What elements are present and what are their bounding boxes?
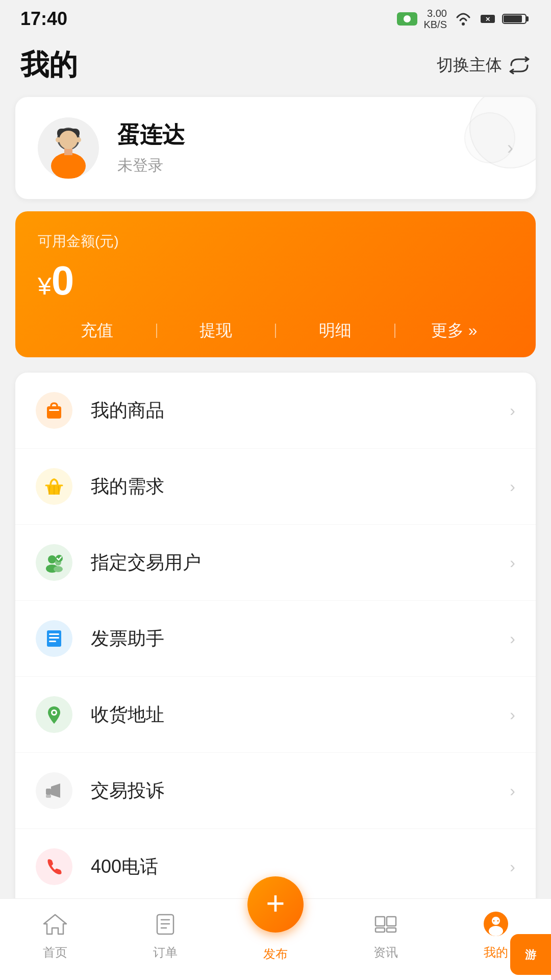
svg-point-0 — [462, 22, 465, 26]
svg-point-13 — [76, 137, 81, 142]
svg-point-45 — [493, 920, 495, 921]
svg-point-19 — [48, 555, 56, 564]
battery-icon — [502, 12, 531, 26]
page-title: 我的 — [20, 46, 78, 85]
complaint-chevron: › — [510, 781, 515, 800]
svg-rect-14 — [47, 406, 61, 419]
my-goods-label: 我的商品 — [91, 398, 510, 423]
detail-button[interactable]: 明细 — [276, 320, 394, 342]
my-needs-label: 我的需求 — [91, 474, 510, 499]
news-icon — [370, 909, 401, 939]
status-bar: 17:40 3.00KB/S ✕ — [0, 0, 551, 36]
menu-item-address[interactable]: 收货地址 › — [15, 677, 536, 753]
svg-point-12 — [56, 137, 61, 142]
svg-point-22 — [54, 566, 63, 572]
watermark: 游 — [510, 934, 551, 975]
svg-point-43 — [492, 917, 500, 925]
svg-rect-38 — [375, 917, 385, 926]
invoice-icon — [36, 620, 72, 657]
svg-rect-26 — [49, 637, 59, 639]
svg-rect-5 — [504, 15, 522, 22]
my-needs-chevron: › — [510, 477, 515, 496]
nav-item-publish[interactable]: + 发布 — [220, 876, 331, 962]
profile-login-status: 未登录 — [117, 155, 185, 176]
invoice-label: 发票助手 — [91, 626, 510, 651]
svg-text:✕: ✕ — [485, 16, 490, 23]
svg-rect-10 — [64, 148, 72, 155]
wifi-icon — [453, 11, 473, 27]
address-label: 收货地址 — [91, 702, 510, 727]
publish-label: 发布 — [263, 946, 288, 962]
status-time: 17:40 — [20, 8, 67, 30]
svg-point-46 — [497, 920, 499, 921]
balance-card: 可用金额(元) ¥0 充值 提现 明细 更多 » — [15, 211, 536, 357]
profile-name: 蛋连达 — [117, 120, 185, 150]
profile-left: 蛋连达 未登录 — [38, 117, 185, 179]
svg-rect-15 — [49, 409, 59, 411]
address-icon — [36, 696, 72, 733]
phone-icon — [36, 848, 72, 885]
nav-item-orders[interactable]: 订单 — [110, 909, 220, 961]
switch-icon — [508, 56, 531, 75]
menu-item-my-goods[interactable]: 我的商品 › — [15, 373, 536, 449]
svg-rect-41 — [387, 928, 396, 932]
news-label: 资讯 — [373, 944, 398, 961]
complaint-label: 交易投诉 — [91, 778, 510, 803]
mine-icon — [481, 909, 511, 939]
nav-item-news[interactable]: 资讯 — [331, 909, 441, 961]
menu-item-designated-user[interactable]: 指定交易用户 › — [15, 525, 536, 601]
phone-chevron: › — [510, 857, 515, 876]
home-label: 首页 — [43, 944, 67, 961]
svg-point-44 — [489, 926, 503, 936]
my-goods-chevron: › — [510, 401, 515, 420]
orders-icon — [150, 909, 181, 939]
address-chevron: › — [510, 705, 515, 724]
svg-rect-27 — [49, 641, 56, 642]
withdraw-button[interactable]: 提现 — [157, 320, 276, 342]
page-header: 我的 切换主体 — [0, 36, 551, 97]
network-speed: 3.00KB/S — [423, 8, 447, 30]
my-needs-icon — [36, 468, 72, 505]
svg-rect-25 — [49, 633, 59, 635]
svg-rect-30 — [46, 789, 51, 795]
menu-item-my-needs[interactable]: 我的需求 › — [15, 449, 536, 525]
complaint-icon — [36, 772, 72, 809]
profile-card[interactable]: 蛋连达 未登录 › — [15, 97, 536, 199]
bg-decoration-2 — [464, 112, 515, 163]
mute-icon: ✕ — [480, 12, 496, 26]
balance-label: 可用金额(元) — [38, 232, 513, 251]
bottom-nav: 首页 订单 + 发布 资讯 — [0, 898, 551, 980]
avatar — [38, 117, 99, 179]
balance-amount: ¥0 — [38, 257, 513, 304]
menu-list: 我的商品 › 我的需求 › — [15, 373, 536, 898]
designated-user-chevron: › — [510, 553, 515, 572]
orders-label: 订单 — [153, 944, 178, 961]
switch-entity-label: 切换主体 — [437, 54, 502, 77]
profile-info: 蛋连达 未登录 — [117, 120, 185, 176]
currency-sign: ¥ — [38, 273, 52, 300]
recharge-button[interactable]: 充值 — [38, 320, 156, 342]
svg-rect-31 — [46, 795, 51, 798]
svg-rect-40 — [375, 928, 385, 932]
publish-add-button[interactable]: + — [247, 876, 304, 933]
balance-actions: 充值 提现 明细 更多 » — [38, 320, 513, 342]
notification-icon — [397, 12, 417, 26]
invoice-chevron: › — [510, 629, 515, 648]
svg-rect-4 — [526, 16, 529, 21]
status-icons: 3.00KB/S ✕ — [397, 8, 531, 30]
menu-item-invoice[interactable]: 发票助手 › — [15, 601, 536, 677]
phone-label: 400电话 — [91, 854, 510, 879]
home-icon — [40, 909, 70, 939]
my-goods-icon — [36, 392, 72, 429]
svg-point-11 — [59, 131, 78, 149]
balance-value: 0 — [52, 258, 74, 303]
svg-rect-39 — [387, 917, 396, 926]
designated-user-label: 指定交易用户 — [91, 550, 510, 575]
more-button[interactable]: 更多 » — [395, 320, 514, 342]
menu-item-complaint[interactable]: 交易投诉 › — [15, 753, 536, 829]
svg-text:游: 游 — [525, 948, 537, 961]
plus-icon: + — [266, 887, 285, 920]
nav-item-home[interactable]: 首页 — [0, 909, 110, 961]
designated-user-icon — [36, 544, 72, 581]
switch-entity-button[interactable]: 切换主体 — [437, 54, 531, 77]
